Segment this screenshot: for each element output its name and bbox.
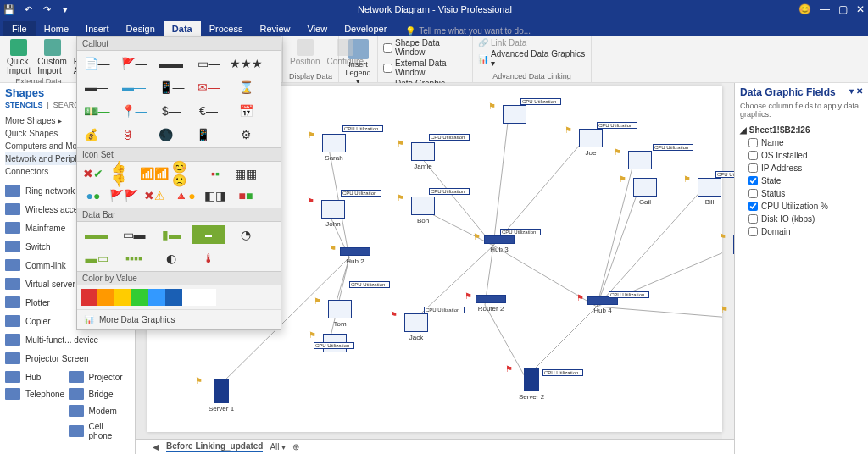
sheet-nav-prev-icon[interactable]: ◀ <box>153 442 159 451</box>
help-icon[interactable]: 😊 <box>798 3 811 15</box>
data-source-header[interactable]: ◢ Sheet1!$B2:I26 <box>740 124 863 136</box>
field-name[interactable]: Name <box>740 136 863 149</box>
node-n1[interactable]: ⚑CPU Utilization % <box>493 105 536 125</box>
node-bon[interactable]: ⚑BonCPU Utilization % <box>402 197 444 224</box>
databar-option[interactable]: ▪▪▪▪ <box>118 249 150 268</box>
sheet-tab-all[interactable]: All ▾ <box>270 442 286 451</box>
databar-option[interactable]: ▮▬ <box>155 225 187 244</box>
databar-option[interactable]: ▬▬ <box>81 225 113 244</box>
node-n2[interactable]: ⚑CPU Utilization % <box>619 151 661 171</box>
iconset-option[interactable]: ▦▦ <box>233 165 259 182</box>
callout-option[interactable]: €— <box>192 102 225 120</box>
tab-insert[interactable]: Insert <box>77 21 118 36</box>
qat-more-icon[interactable]: ▾ <box>59 3 71 15</box>
custom-import-button[interactable]: Custom Import <box>36 37 68 77</box>
databar-option[interactable]: ◔ <box>230 225 262 244</box>
iconset-option[interactable]: 😊🙁 <box>172 165 198 182</box>
shape-data-window-check[interactable]: Shape Data Window <box>383 37 467 58</box>
external-data-window-check[interactable]: External Data Window <box>383 58 467 78</box>
shape-cellphone[interactable]: Cell phone <box>69 420 129 442</box>
shape-hub[interactable]: Hub <box>5 369 65 385</box>
node-n3[interactable]: ⚑CPU Utilization % <box>314 334 356 354</box>
sheet-tab-active[interactable]: Before Linking_updated <box>166 441 263 452</box>
callout-option[interactable]: 📅 <box>230 102 262 120</box>
callout-option[interactable]: ⚙ <box>230 125 262 144</box>
tab-design[interactable]: Design <box>118 21 164 36</box>
maximize-icon[interactable]: ▢ <box>838 3 848 15</box>
redo-icon[interactable]: ↷ <box>41 3 53 15</box>
node-hub4[interactable]: ⚑Hub 4CPU Utilization % <box>581 296 624 314</box>
color-swatch[interactable] <box>148 289 165 306</box>
tab-developer[interactable]: Developer <box>336 21 395 36</box>
node-dan[interactable]: ⚑Dan <box>726 308 734 336</box>
node-server1[interactable]: ⚑Server 1 <box>200 379 242 412</box>
iconset-option[interactable]: ●● <box>81 187 106 204</box>
iconset-option[interactable]: 🔺● <box>172 187 198 204</box>
quick-import-button[interactable]: Quick Import <box>5 37 32 77</box>
minimize-icon[interactable]: — <box>820 3 830 15</box>
field-domain[interactable]: Domain <box>740 225 863 238</box>
databar-option[interactable]: 🌡 <box>192 249 225 268</box>
shape-item[interactable]: Multi-funct... device <box>5 332 130 347</box>
tab-file[interactable]: File <box>3 21 36 36</box>
callout-option[interactable]: 🛢— <box>118 125 150 144</box>
callout-option[interactable]: ▬— <box>118 78 150 97</box>
callout-option[interactable]: ⌛ <box>230 78 262 97</box>
node-john[interactable]: ⚑JohnCPU Utilization % <box>312 200 354 228</box>
close-icon[interactable]: ✕ <box>856 3 865 15</box>
field-ip-address[interactable]: IP Address <box>740 162 863 174</box>
tab-review[interactable]: Review <box>251 21 298 36</box>
iconset-option[interactable]: ◧◨ <box>203 187 228 204</box>
node-hub3[interactable]: ⚑Hub 3CPU Utilization % <box>478 235 520 253</box>
node-tom[interactable]: ⚑TomCPU Utilization % <box>319 300 361 328</box>
callout-option[interactable]: $— <box>155 102 187 120</box>
callout-option[interactable]: ★★★ <box>230 54 262 73</box>
advanced-data-graphics-button[interactable]: 📊 Advanced Data Graphics ▾ <box>478 48 586 69</box>
shape-telephone[interactable]: Telephone <box>5 386 65 401</box>
field-os-installed[interactable]: OS Installed <box>740 149 863 162</box>
callout-option[interactable]: ▬▬ <box>155 54 187 73</box>
shape-bridge[interactable]: Bridge <box>69 386 129 401</box>
save-icon[interactable]: 💾 <box>3 3 15 15</box>
color-swatch[interactable] <box>165 289 182 306</box>
iconset-option[interactable]: ■■ <box>233 187 259 204</box>
node-gail[interactable]: ⚑Gail <box>624 178 666 206</box>
node-jack[interactable]: ⚑JackCPU Utilization % <box>395 313 437 341</box>
databar-option[interactable]: ◐ <box>155 249 187 268</box>
stencils-tab[interactable]: STENCILS <box>5 101 43 109</box>
undo-icon[interactable]: ↶ <box>22 3 34 15</box>
iconset-option[interactable]: 🚩🚩 <box>111 187 136 204</box>
tell-me-search[interactable]: 💡 Tell me what you want to do... <box>405 26 531 36</box>
shape-projector[interactable]: Projector <box>69 369 129 385</box>
color-swatch[interactable] <box>114 289 131 306</box>
tab-process[interactable]: Process <box>201 21 252 36</box>
node-sarah[interactable]: ⚑SarahCPU Utilization % <box>313 134 355 162</box>
add-sheet-icon[interactable]: ⊕ <box>292 442 299 451</box>
color-swatch[interactable] <box>199 289 216 306</box>
shape-item[interactable]: Projector Screen <box>5 351 130 366</box>
databar-option[interactable]: ▭▬ <box>118 225 150 244</box>
configure-button[interactable]: Configure <box>326 37 365 68</box>
iconset-option[interactable]: 📶📶 <box>142 165 167 182</box>
tab-home[interactable]: Home <box>36 21 77 36</box>
databar-option[interactable]: ▬ <box>192 225 225 244</box>
data-graphics-gallery[interactable]: Callout 📄— 🚩— ▬▬ ▭— ★★★ ▬— ▬— 📱— ✉— ⌛ 💵—… <box>76 36 281 330</box>
callout-option[interactable]: ▬— <box>81 78 113 97</box>
iconset-option[interactable]: 👍👎 <box>111 165 136 182</box>
callout-option[interactable]: 🌑— <box>155 125 187 144</box>
callout-option[interactable]: 📍— <box>118 102 150 120</box>
callout-option[interactable]: 💰— <box>81 125 113 144</box>
tab-data[interactable]: Data <box>164 21 201 36</box>
node-hub2[interactable]: ⚑Hub 2 <box>334 247 376 265</box>
tab-view[interactable]: View <box>299 21 337 36</box>
color-swatch[interactable] <box>97 289 114 306</box>
link-data-button[interactable]: 🔗 Link Data <box>478 37 586 48</box>
node-router2[interactable]: ⚑Router 2 <box>470 295 512 313</box>
callout-option[interactable]: 📄— <box>81 54 113 73</box>
color-swatch[interactable] <box>81 289 97 306</box>
iconset-option[interactable]: ▪▪ <box>203 165 228 182</box>
callout-option[interactable]: 🚩— <box>118 54 150 73</box>
shape-modem[interactable]: Modem <box>69 403 129 418</box>
field-state[interactable]: State <box>740 174 863 187</box>
databar-option[interactable]: ▬▭ <box>81 249 113 268</box>
